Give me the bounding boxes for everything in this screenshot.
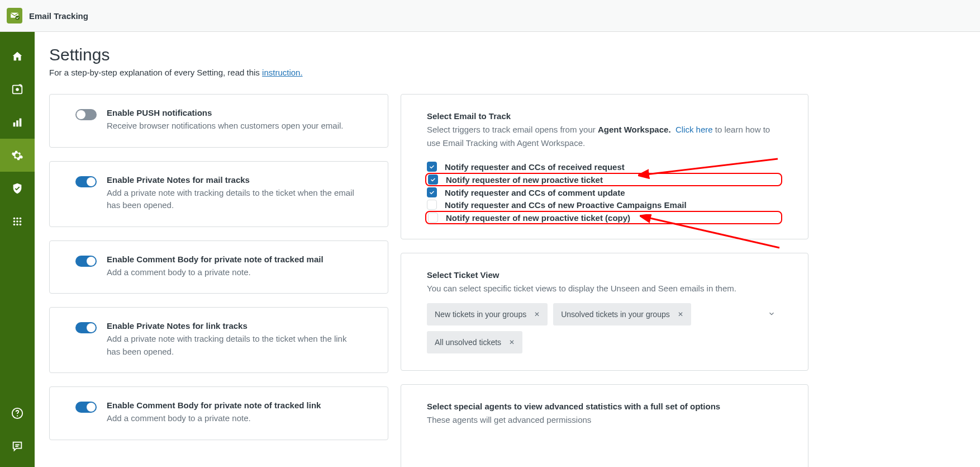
toggle-switch[interactable] bbox=[75, 176, 97, 187]
sidebar bbox=[0, 32, 35, 467]
ticket-view-title: Select Ticket View bbox=[427, 270, 782, 280]
trigger-checklist: Notify requester and CCs of received req… bbox=[427, 161, 782, 224]
special-agents-card: Select special agents to view advanced s… bbox=[401, 384, 808, 467]
check-label: Notify requester of new proactive ticket… bbox=[446, 213, 630, 223]
sidebar-item-view[interactable] bbox=[0, 73, 35, 106]
setting-desc: Receive browser notifications when custo… bbox=[107, 120, 344, 133]
check-label: Notify requester and CCs of received req… bbox=[445, 162, 625, 172]
toggle-switch[interactable] bbox=[75, 256, 97, 267]
select-email-card: Select Email to Track Select triggers to… bbox=[401, 94, 808, 239]
main-content: Settings For a step-by-step explanation … bbox=[35, 32, 980, 467]
svg-point-15 bbox=[20, 223, 22, 225]
svg-rect-5 bbox=[16, 120, 18, 126]
svg-point-3 bbox=[16, 88, 19, 91]
trigger-check-row: Notify requester of new proactive ticket… bbox=[425, 211, 782, 224]
click-here-link[interactable]: Click here bbox=[675, 125, 713, 134]
svg-point-8 bbox=[16, 217, 18, 219]
sidebar-item-help[interactable] bbox=[0, 397, 35, 430]
chevron-down-icon[interactable] bbox=[768, 310, 776, 320]
close-icon[interactable]: ✕ bbox=[534, 310, 540, 318]
svg-point-7 bbox=[13, 217, 16, 219]
page-desc-text: For a step-by-step explanation of every … bbox=[49, 68, 262, 77]
svg-rect-4 bbox=[13, 122, 16, 126]
select-email-title: Select Email to Track bbox=[427, 111, 782, 121]
ticket-view-tag[interactable]: New tickets in your groups✕ bbox=[427, 303, 548, 326]
tag-label: All unsolved tickets bbox=[435, 338, 501, 347]
agents-title: Select special agents to view advanced s… bbox=[427, 402, 782, 411]
check-label: Notify requester and CCs of new Proactiv… bbox=[445, 200, 687, 210]
instruction-link[interactable]: instruction. bbox=[262, 68, 303, 77]
setting-desc: Add a private note with tracking details… bbox=[107, 187, 362, 212]
checkbox[interactable] bbox=[427, 162, 437, 172]
setting-title: Enable PUSH notifications bbox=[107, 108, 344, 117]
left-column: Enable PUSH notifications Receive browse… bbox=[49, 94, 388, 467]
tag-label: New tickets in your groups bbox=[435, 310, 526, 319]
trigger-check-row: Notify requester and CCs of new Proactiv… bbox=[427, 199, 782, 211]
trigger-check-row: Notify requester and CCs of received req… bbox=[427, 161, 782, 173]
check-label: Notify requester and CCs of comment upda… bbox=[445, 188, 625, 197]
toggle-switch[interactable] bbox=[75, 109, 97, 120]
app-logo bbox=[7, 8, 22, 23]
toggle-switch[interactable] bbox=[75, 402, 97, 413]
setting-title: Enable Private Notes for mail tracks bbox=[107, 175, 362, 185]
ticket-view-tag[interactable]: Unsolved tickets in your groups✕ bbox=[553, 303, 691, 326]
sidebar-item-reports[interactable] bbox=[0, 106, 35, 139]
sidebar-item-settings[interactable] bbox=[0, 139, 35, 172]
svg-point-12 bbox=[20, 220, 22, 223]
sidebar-item-home[interactable] bbox=[0, 40, 35, 73]
svg-point-13 bbox=[13, 223, 16, 225]
ticket-view-tag[interactable]: All unsolved tickets✕ bbox=[427, 331, 522, 353]
checkbox[interactable] bbox=[428, 174, 438, 185]
ticket-view-desc: You can select specific ticket views to … bbox=[427, 282, 782, 295]
setting-card: Enable Private Notes for mail tracks Add… bbox=[49, 161, 388, 227]
svg-point-10 bbox=[13, 220, 16, 223]
setting-desc: Add a comment body to a private note. bbox=[107, 412, 321, 425]
svg-point-14 bbox=[16, 223, 18, 225]
sidebar-item-apps[interactable] bbox=[0, 205, 35, 238]
svg-rect-6 bbox=[20, 118, 22, 126]
sidebar-item-chat[interactable] bbox=[0, 430, 35, 463]
close-icon[interactable]: ✕ bbox=[678, 310, 683, 318]
app-title: Email Tracking bbox=[29, 11, 88, 21]
toggle-switch[interactable] bbox=[75, 322, 97, 333]
topbar: Email Tracking bbox=[0, 0, 980, 32]
checkbox[interactable] bbox=[427, 187, 437, 197]
svg-point-17 bbox=[17, 415, 18, 416]
svg-point-9 bbox=[20, 217, 22, 219]
tag-label: Unsolved tickets in your groups bbox=[561, 310, 670, 319]
ticket-view-card: Select Ticket View You can select specif… bbox=[401, 253, 808, 371]
setting-card: Enable PUSH notifications Receive browse… bbox=[49, 94, 388, 148]
sidebar-item-security[interactable] bbox=[0, 172, 35, 205]
setting-card: Enable Comment Body for private note of … bbox=[49, 240, 388, 294]
setting-card: Enable Private Notes for link tracks Add… bbox=[49, 307, 388, 373]
trigger-check-row: Notify requester of new proactive ticket bbox=[425, 173, 782, 186]
setting-title: Enable Comment Body for private note of … bbox=[107, 254, 324, 264]
check-label: Notify requester of new proactive ticket bbox=[446, 175, 603, 185]
setting-desc: Add a private note with tracking details… bbox=[107, 333, 362, 358]
setting-desc: Add a comment body to a private note. bbox=[107, 266, 324, 279]
svg-point-1 bbox=[16, 16, 20, 20]
trigger-check-row: Notify requester and CCs of comment upda… bbox=[427, 186, 782, 199]
page-title: Settings bbox=[49, 45, 965, 64]
close-icon[interactable]: ✕ bbox=[509, 338, 515, 346]
page-description: For a step-by-step explanation of every … bbox=[49, 68, 965, 77]
checkbox[interactable] bbox=[428, 213, 438, 223]
agents-desc: These agents will get advanced permissio… bbox=[427, 413, 782, 427]
checkbox[interactable] bbox=[427, 200, 437, 210]
select-email-desc: Select triggers to track email opens fro… bbox=[427, 123, 782, 149]
setting-card: Enable Comment Body for private note of … bbox=[49, 386, 388, 440]
setting-title: Enable Comment Body for private note of … bbox=[107, 400, 321, 410]
right-column: Select Email to Track Select triggers to… bbox=[401, 94, 808, 467]
setting-title: Enable Private Notes for link tracks bbox=[107, 321, 362, 331]
svg-point-11 bbox=[16, 220, 18, 223]
ticket-view-tags[interactable]: New tickets in your groups✕Unsolved tick… bbox=[427, 303, 782, 353]
